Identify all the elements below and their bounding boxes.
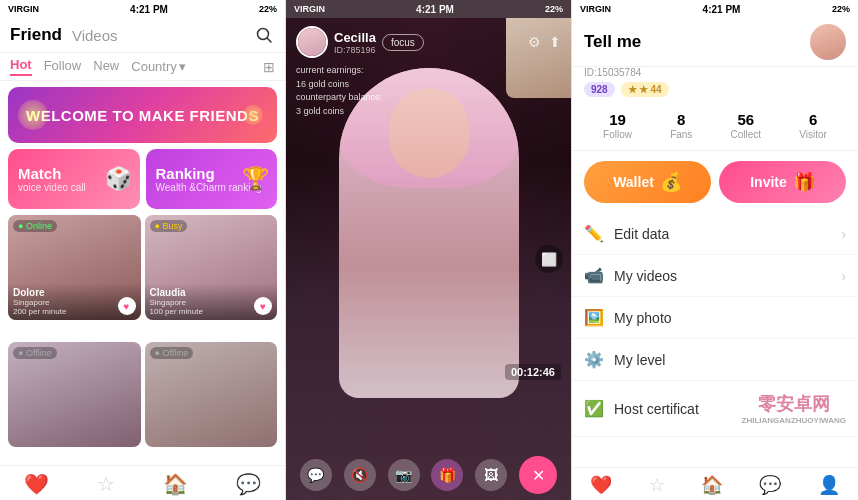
menu-list: ✏️ Edit data › 📹 My videos › 🖼️ My photo… (572, 213, 858, 467)
badges-row: 928 ★ ★ 44 (572, 82, 858, 105)
tab-hot[interactable]: Hot (10, 57, 32, 76)
nav-chat[interactable]: 💬 (236, 472, 261, 496)
right-time: 4:21 PM (703, 4, 741, 15)
invite-icon: 🎁 (793, 171, 815, 193)
gift-control-btn[interactable]: 🎁 (431, 459, 463, 491)
cert-icon: ✅ (584, 399, 608, 418)
mid-battery: 22% (545, 4, 563, 14)
nav-star[interactable]: ☆ (97, 472, 115, 496)
middle-panel: VIRGIN 4:21 PM 22% Cecilla ID:785196 foc… (286, 0, 572, 500)
action-buttons-row: Wallet 💰 Invite 🎁 (572, 151, 858, 213)
star-badge: ★ ★ 44 (621, 82, 669, 97)
status-online: ● Online (13, 220, 57, 232)
nav-heart[interactable]: ❤️ (24, 472, 49, 496)
screen-capture-icon[interactable]: ⬜ (535, 245, 563, 273)
photo-icon: 🖼️ (584, 308, 608, 327)
tab-follow[interactable]: Follow (44, 58, 82, 75)
level-badge: 928 (584, 82, 615, 97)
match-icon: 🎲 (105, 166, 132, 192)
wallet-label: Wallet (613, 174, 654, 190)
mid-avatar (296, 26, 328, 58)
filter-icon[interactable]: ⊞ (263, 59, 275, 75)
middle-content: Cecilla ID:785196 focus ⚙ ⬆ current earn… (286, 18, 571, 500)
tab-country[interactable]: Country ▾ (131, 59, 186, 74)
video-icon: 📹 (584, 266, 608, 285)
user-grid: ● Online Dolore Singapore 200 per minute… (8, 215, 277, 465)
share-icon[interactable]: ⬆ (549, 34, 561, 50)
chevron-right-icon-0: › (841, 226, 846, 242)
menu-my-photo[interactable]: 🖼️ My photo (572, 297, 858, 339)
left-tabs: Hot Follow New Country ▾ ⊞ (0, 53, 285, 81)
ranking-card[interactable]: Ranking Wealth &Charm ranking 🏆 (146, 149, 278, 209)
stat-fans-label: Fans (670, 129, 692, 140)
user-card-3[interactable]: ● Offline (145, 342, 278, 447)
left-time: 4:21 PM (130, 4, 168, 15)
focus-button[interactable]: focus (382, 34, 424, 51)
heart-button-0[interactable]: ♥ (118, 297, 136, 315)
rbn-home[interactable]: 🏠 (701, 474, 723, 496)
menu-edit-data[interactable]: ✏️ Edit data › (572, 213, 858, 255)
stat-collect-label: Collect (731, 129, 762, 140)
chevron-right-icon-1: › (841, 268, 846, 284)
user-card-1[interactable]: ● Busy Claudia Singapore 100 per minute … (145, 215, 278, 320)
mid-user-info: Cecilla ID:785196 (334, 30, 376, 55)
wallet-button[interactable]: Wallet 💰 (584, 161, 711, 203)
heart-button-1[interactable]: ♥ (254, 297, 272, 315)
right-header: Tell me (572, 18, 858, 67)
mid-right-icons: ⚙ ⬆ (528, 34, 561, 50)
left-subtitle[interactable]: Videos (72, 27, 118, 44)
svg-line-1 (268, 39, 272, 43)
earnings-box: current earnings: 16 gold coins counterp… (296, 64, 383, 118)
invite-label: Invite (750, 174, 787, 190)
right-bottom-nav: ❤️ ☆ 🏠 💬 👤 (572, 467, 858, 500)
left-panel: VIRGIN 4:21 PM 22% Friend Videos Hot Fol… (0, 0, 286, 500)
rbn-heart[interactable]: ❤️ (590, 474, 612, 496)
effects-control-btn[interactable]: 🖼 (475, 459, 507, 491)
mute-control-btn[interactable]: 🔇 (344, 459, 376, 491)
chat-control-btn[interactable]: 💬 (300, 459, 332, 491)
mid-header: Cecilla ID:785196 focus ⚙ ⬆ (286, 18, 571, 66)
rbn-profile[interactable]: 👤 (818, 474, 840, 496)
stat-visitor-label: Visitor (799, 129, 827, 140)
stat-follow-num: 19 (603, 111, 632, 128)
menu-edit-label: Edit data (614, 226, 841, 242)
side-controls: ⬜ (535, 245, 563, 273)
user-name-0: Dolore (13, 287, 136, 298)
search-button[interactable] (253, 24, 275, 46)
right-userid: ID:15035784 (572, 67, 858, 82)
menu-host-cert[interactable]: ✅ Host certificat 零安卓网 ZHILIANGANZHUOYIW… (572, 381, 858, 437)
user-card-0[interactable]: ● Online Dolore Singapore 200 per minute… (8, 215, 141, 320)
tab-new[interactable]: New (93, 58, 119, 75)
wallet-icon: 💰 (660, 171, 682, 193)
nav-home[interactable]: 🏠 (163, 472, 188, 496)
menu-my-level[interactable]: ⚙️ My level (572, 339, 858, 381)
balance-value: 3 gold coins (296, 105, 383, 119)
camera-control-btn[interactable]: 📷 (388, 459, 420, 491)
watermark-url: ZHILIANGANZHUOYIWANG (742, 416, 846, 425)
settings-icon[interactable]: ⚙ (528, 34, 541, 50)
menu-my-videos[interactable]: 📹 My videos › (572, 255, 858, 297)
status-busy: ● Busy (150, 220, 188, 232)
menu-videos-label: My videos (614, 268, 841, 284)
stat-visitor-num: 6 (799, 111, 827, 128)
left-title: Friend (10, 25, 62, 45)
call-timer: 00:12:46 (505, 364, 561, 380)
right-avatar (810, 24, 846, 60)
mid-username: Cecilla (334, 30, 376, 45)
end-call-btn[interactable]: ✕ (519, 456, 557, 494)
stat-fans: 8 Fans (670, 111, 692, 140)
user-card-2[interactable]: ● Offline (8, 342, 141, 447)
stat-collect: 56 Collect (731, 111, 762, 140)
menu-photo-label: My photo (614, 310, 846, 326)
left-header: Friend Videos (0, 18, 285, 53)
stat-fans-num: 8 (670, 111, 692, 128)
earnings-label: current earnings: (296, 64, 383, 78)
rbn-chat[interactable]: 💬 (759, 474, 781, 496)
match-card[interactable]: Match voice video call 🎲 (8, 149, 140, 209)
invite-button[interactable]: Invite 🎁 (719, 161, 846, 203)
mid-status-bar: VIRGIN 4:21 PM 22% (286, 0, 571, 18)
mid-carrier: VIRGIN (294, 4, 325, 14)
menu-level-label: My level (614, 352, 846, 368)
call-controls: 💬 🔇 📷 🎁 🖼 ✕ (286, 450, 571, 500)
rbn-star[interactable]: ☆ (649, 474, 665, 496)
